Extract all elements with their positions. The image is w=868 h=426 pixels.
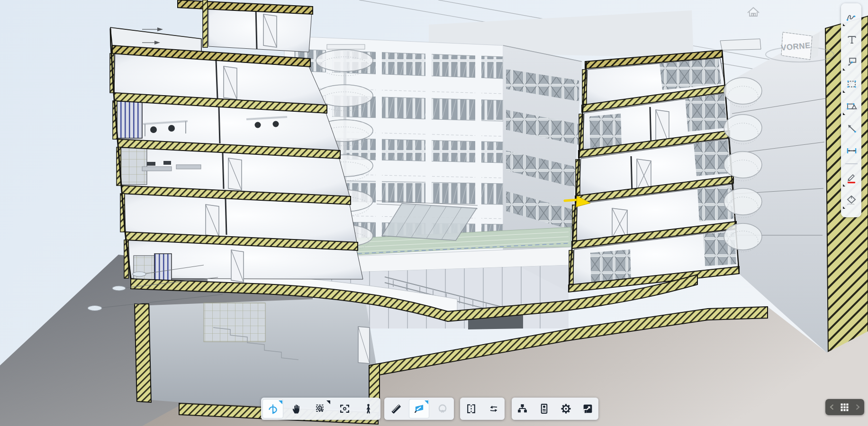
text-icon bbox=[845, 33, 858, 45]
xray-eye-icon: A bbox=[436, 403, 449, 415]
gear-icon bbox=[560, 403, 572, 415]
pen-icon bbox=[845, 171, 858, 184]
dimension-tool-button[interactable] bbox=[841, 139, 861, 161]
markup-palette bbox=[841, 3, 861, 217]
pan-button[interactable] bbox=[285, 398, 308, 420]
fullscreen-icon bbox=[582, 403, 594, 415]
tool-variant-badge bbox=[279, 400, 282, 404]
callout-icon bbox=[845, 55, 858, 68]
toolbar-group-navigate bbox=[261, 398, 380, 420]
model-viewport[interactable]: VORNE bbox=[0, 0, 868, 426]
tool-variant-badge bbox=[326, 400, 330, 404]
model-tree-icon bbox=[516, 403, 528, 415]
revision-cloud-icon bbox=[845, 78, 858, 90]
walk-person-icon bbox=[362, 403, 374, 415]
swap-arrows-icon bbox=[488, 403, 500, 415]
previous-view-button[interactable] bbox=[826, 399, 838, 415]
chevron-right-icon bbox=[854, 403, 861, 411]
dropdown-indicator bbox=[843, 113, 845, 115]
dimension-icon bbox=[845, 144, 858, 157]
fullscreen-button[interactable] bbox=[577, 398, 598, 420]
dropdown-indicator bbox=[843, 90, 845, 93]
xray-button[interactable]: A bbox=[431, 398, 454, 420]
palette-divider bbox=[845, 163, 858, 164]
fill-style-button[interactable] bbox=[841, 188, 861, 211]
dropdown-indicator bbox=[843, 68, 845, 71]
next-view-button[interactable] bbox=[852, 399, 863, 415]
measure-button[interactable] bbox=[384, 398, 407, 420]
svg-text:A: A bbox=[441, 409, 444, 414]
element-info-button[interactable] bbox=[533, 398, 555, 420]
door-brackets-icon bbox=[465, 403, 477, 415]
switch-view-button[interactable] bbox=[482, 398, 505, 420]
view-gallery-button[interactable] bbox=[839, 399, 850, 415]
orbit-icon bbox=[267, 403, 279, 415]
measure-ruler-icon bbox=[390, 403, 402, 415]
chevron-left-icon bbox=[829, 403, 835, 411]
arrow-icon bbox=[845, 122, 858, 134]
text-tool-button[interactable] bbox=[841, 28, 861, 50]
element-info-icon bbox=[538, 403, 550, 415]
fit-view-button[interactable] bbox=[333, 398, 356, 420]
arrow-tool-button[interactable] bbox=[841, 117, 861, 139]
shapes-icon bbox=[845, 100, 858, 112]
model-tree-button[interactable] bbox=[512, 398, 533, 420]
fill-icon bbox=[845, 194, 858, 206]
shapes-tool-button[interactable] bbox=[841, 95, 861, 117]
freehand-icon bbox=[845, 11, 858, 23]
toolbar-group-app-tools bbox=[512, 398, 598, 420]
dropdown-indicator bbox=[843, 184, 845, 186]
view-switcher bbox=[825, 399, 864, 415]
settings-button[interactable] bbox=[555, 398, 577, 420]
section-plane-button[interactable] bbox=[407, 398, 431, 420]
zoom-window-button[interactable] bbox=[309, 398, 333, 420]
section-plane-icon bbox=[413, 403, 425, 415]
grid-gallery-icon bbox=[841, 403, 849, 411]
dropdown-indicator bbox=[843, 206, 845, 209]
tool-variant-badge bbox=[425, 400, 428, 404]
dropdown-indicator bbox=[843, 24, 845, 26]
toolbar-group-model-tools: A bbox=[384, 398, 454, 420]
pan-hand-icon bbox=[291, 403, 303, 415]
callout-tool-button[interactable] bbox=[841, 50, 861, 72]
doors-button[interactable] bbox=[460, 398, 482, 420]
zoom-window-icon bbox=[315, 403, 327, 415]
walk-button[interactable] bbox=[357, 398, 380, 420]
pen-style-button[interactable] bbox=[841, 166, 861, 188]
orbit-button[interactable] bbox=[261, 398, 285, 420]
fit-view-icon bbox=[339, 403, 351, 415]
freehand-tool-button[interactable] bbox=[841, 6, 861, 28]
bimx-app-window: VORNE bbox=[0, 0, 868, 426]
toolbar-group-view-tools bbox=[460, 398, 505, 420]
revision-cloud-tool-button[interactable] bbox=[841, 72, 861, 95]
